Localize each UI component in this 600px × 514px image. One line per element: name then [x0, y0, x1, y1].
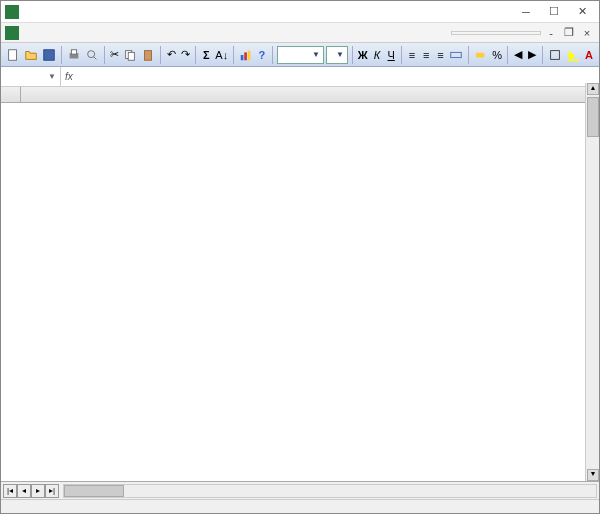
indent-dec-icon[interactable]: ◀ [512, 46, 524, 64]
formula-bar: ▼ fx [1, 67, 599, 87]
sort-icon[interactable]: A↓ [214, 46, 229, 64]
sheet-tabs-bar: |◂ ◂ ▸ ▸| [1, 481, 599, 499]
svg-rect-3 [71, 49, 76, 53]
svg-rect-9 [241, 55, 244, 60]
doc-restore-button[interactable]: ❐ [561, 24, 577, 42]
hscroll-thumb[interactable] [64, 485, 124, 497]
scroll-thumb[interactable] [587, 97, 599, 137]
menubar: - ❐ × [1, 23, 599, 43]
preview-icon[interactable] [84, 46, 100, 64]
menu-file[interactable] [23, 31, 35, 35]
minimize-button[interactable]: ─ [513, 3, 539, 21]
svg-rect-12 [451, 52, 462, 57]
cut-icon[interactable]: ✂ [108, 46, 120, 64]
menu-view[interactable] [51, 31, 63, 35]
svg-rect-0 [9, 49, 17, 60]
help-icon[interactable]: ? [256, 46, 268, 64]
menu-edit[interactable] [37, 31, 49, 35]
print-icon[interactable] [66, 46, 82, 64]
align-right-icon[interactable]: ≡ [434, 46, 446, 64]
tab-next-button[interactable]: ▸ [31, 484, 45, 498]
svg-rect-1 [44, 49, 55, 60]
tab-first-button[interactable]: |◂ [3, 484, 17, 498]
app-icon [5, 26, 19, 40]
doc-close-button[interactable]: × [579, 24, 595, 42]
new-icon[interactable] [5, 46, 21, 64]
chart-icon[interactable] [238, 46, 254, 64]
save-icon[interactable] [41, 46, 57, 64]
indent-inc-icon[interactable]: ▶ [526, 46, 538, 64]
tab-prev-button[interactable]: ◂ [17, 484, 31, 498]
paste-icon[interactable] [140, 46, 156, 64]
scroll-down-button[interactable]: ▼ [587, 469, 599, 481]
font-name-select[interactable]: ▼ [277, 46, 324, 64]
svg-rect-15 [551, 50, 560, 59]
undo-icon[interactable]: ↶ [165, 46, 177, 64]
svg-rect-7 [129, 52, 135, 60]
menu-help[interactable] [135, 31, 147, 35]
fill-color-icon[interactable] [565, 46, 581, 64]
borders-icon[interactable] [547, 46, 563, 64]
spreadsheet-grid [1, 87, 599, 487]
sum-icon[interactable]: Σ [200, 46, 212, 64]
italic-icon[interactable]: К [371, 46, 383, 64]
svg-rect-16 [568, 59, 579, 61]
font-color-icon[interactable]: A [583, 46, 595, 64]
close-button[interactable]: ✕ [569, 3, 595, 21]
name-box[interactable]: ▼ [1, 67, 61, 86]
fx-icon[interactable]: fx [65, 71, 73, 82]
percent-icon[interactable]: % [491, 46, 503, 64]
svg-rect-8 [145, 50, 152, 60]
underline-icon[interactable]: Ч [385, 46, 397, 64]
toolbar: ✂ ↶ ↷ Σ A↓ ? ▼ ▼ Ж К Ч ≡ ≡ ≡ % ◀ ▶ A [1, 43, 599, 67]
maximize-button[interactable]: ☐ [541, 3, 567, 21]
align-left-icon[interactable]: ≡ [406, 46, 418, 64]
menu-format[interactable] [79, 31, 91, 35]
copy-icon[interactable] [122, 46, 138, 64]
svg-point-4 [87, 50, 94, 57]
select-all-corner[interactable] [1, 87, 21, 102]
excel-icon [5, 5, 19, 19]
svg-line-5 [93, 56, 96, 59]
menu-tools[interactable] [93, 31, 105, 35]
redo-icon[interactable]: ↷ [179, 46, 191, 64]
doc-minimize-button[interactable]: - [543, 24, 559, 42]
tab-last-button[interactable]: ▸| [45, 484, 59, 498]
vertical-scrollbar[interactable]: ▲ ▼ [585, 83, 599, 481]
svg-rect-10 [244, 52, 247, 60]
menu-insert[interactable] [65, 31, 77, 35]
font-size-select[interactable]: ▼ [326, 46, 348, 64]
horizontal-scrollbar[interactable] [63, 484, 597, 498]
bold-icon[interactable]: Ж [357, 46, 369, 64]
scroll-up-button[interactable]: ▲ [587, 83, 599, 95]
menu-data[interactable] [107, 31, 119, 35]
align-center-icon[interactable]: ≡ [420, 46, 432, 64]
merge-icon[interactable] [448, 46, 464, 64]
ask-question-box[interactable] [451, 31, 541, 35]
svg-point-14 [479, 52, 484, 57]
menu-window[interactable] [121, 31, 133, 35]
svg-rect-11 [248, 50, 251, 60]
currency-icon[interactable] [473, 46, 489, 64]
titlebar: ─ ☐ ✕ [1, 1, 599, 23]
open-icon[interactable] [23, 46, 39, 64]
status-bar [1, 499, 599, 513]
